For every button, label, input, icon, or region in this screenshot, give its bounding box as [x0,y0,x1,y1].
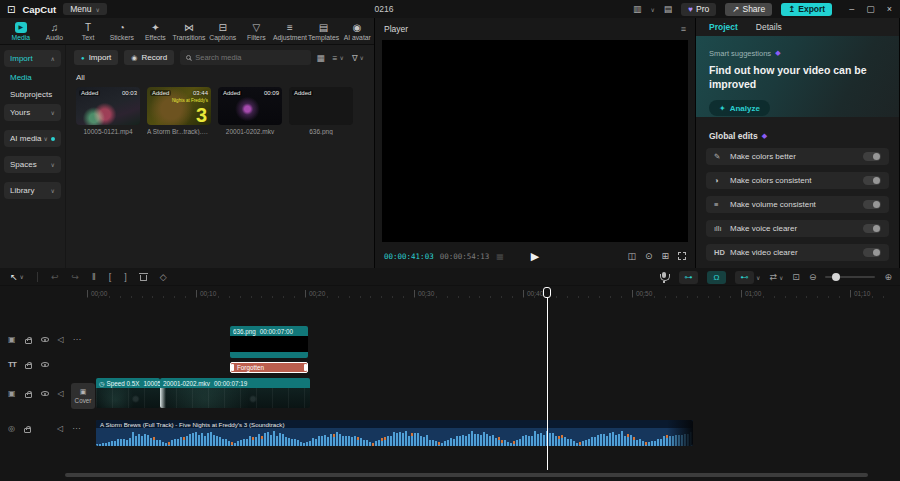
menu-button[interactable]: Menu ∨ [63,3,107,15]
toggle-switch[interactable] [863,248,881,257]
pro-button[interactable]: ♥ Pro [681,3,716,16]
media-thumbnail[interactable]: Added 00:09 [218,87,282,125]
voiceover-mic-icon[interactable] [662,272,666,278]
toggle-switch[interactable] [863,224,881,233]
eye-icon[interactable] [41,391,49,396]
delete-button[interactable] [140,275,147,281]
media-item[interactable]: Added 636.png [289,87,353,135]
lock-icon[interactable] [25,364,32,369]
mask-button[interactable]: ◇ [160,272,167,282]
timeline-ruler[interactable]: 00:00 00:10 00:20 00:30 00:40 00:50 01:0… [0,286,900,302]
lock-icon[interactable] [25,339,32,344]
current-time[interactable]: 00:00:41:03 [384,252,434,261]
search-input[interactable] [195,53,304,62]
search-box[interactable] [180,50,310,65]
text-clip-forgotten[interactable]: Forgotten [230,362,308,373]
speaker-icon[interactable]: ◁ [58,335,64,344]
global-edit-make-colors-better[interactable]: ✎ Make colors better [706,148,889,165]
image-clip-636[interactable]: 636.png 00:00:07:00 [230,326,308,358]
layout-right-icon[interactable]: ▤ [664,4,673,14]
zoom-out-button[interactable]: ⊖ [809,272,817,282]
lock-icon[interactable] [25,393,32,398]
clip-left-handle[interactable] [231,364,234,371]
share-button[interactable]: ↗ Share [725,3,772,16]
lock-icon[interactable] [24,428,31,433]
tab-templates[interactable]: ▤ Templates [307,18,341,44]
snapping-button[interactable]: Ω [707,271,726,284]
sidebar-group-spaces[interactable]: Spaces ∨ [4,156,61,173]
adapt-icon[interactable]: ⊞ [661,251,669,261]
global-edit-make-voice-clearer[interactable]: ıllı Make voice clearer [706,220,889,237]
video-clip-20001[interactable]: 20001-0202.mkv 00:00:07:19 [160,378,310,408]
video-viewport[interactable] [382,40,688,242]
layout-left-icon[interactable]: ▥ [633,4,642,14]
global-edit-make-video-clearer[interactable]: HD Make video clearer [706,244,889,261]
tab-transitions[interactable]: ⋈ Transitions [172,18,206,44]
media-item[interactable]: Added 00:09 20001-0202.mkv [218,87,282,135]
tab-text[interactable]: T Text [71,18,105,44]
media-item[interactable]: Added 03:44 Nights at Freddy's 3 A Storm… [147,87,211,135]
global-edit-make-volume-consistent[interactable]: ≡ Make volume consistent [706,196,889,213]
clip-right-handle[interactable] [304,364,307,371]
flip-button[interactable]: ⇄ ∨ [769,272,783,282]
sidebar-group-import[interactable]: Import ∧ [4,50,61,67]
more-icon[interactable]: ⋯ [72,424,80,433]
eye-icon[interactable] [41,337,49,342]
media-item[interactable]: Added 00:03 10005-0121.mp4 [76,87,140,135]
tab-captions[interactable]: ⊟ Captions [206,18,240,44]
more-icon[interactable]: ⋯ [73,335,81,344]
tab-project[interactable]: Project [709,22,738,32]
player-menu-icon[interactable]: ≡ [681,24,686,34]
trim-right-button[interactable]: ] [124,272,127,282]
toggle-switch[interactable] [863,152,881,161]
auto-ripple-button[interactable]: ⊶ [679,271,698,284]
grid-view-icon[interactable]: ▦ [317,53,325,63]
sidebar-group-yours[interactable]: Yours ∨ [4,104,61,121]
speaker-icon[interactable]: ◁ [57,424,63,433]
playhead-handle[interactable] [543,287,551,298]
preview-axis-button[interactable]: ⊡ [792,272,800,282]
export-button[interactable]: ↥ Export [781,3,832,16]
tab-effects[interactable]: ✦ Effects [139,18,173,44]
canvas-ratio-icon[interactable]: ◫ [627,251,636,261]
layout-chevron-icon[interactable]: ∨ [650,6,654,13]
tab-stickers[interactable]: ◔ Stickers [105,18,139,44]
sidebar-group-library[interactable]: Library ∨ [4,182,61,199]
minimize-button[interactable]: – [849,4,854,14]
global-edit-make-colors-consistent[interactable]: ◑ Make colors consistent [706,172,889,189]
sidebar-group-ai-media[interactable]: AI media ∨ [4,130,61,147]
analyze-button[interactable]: ✦ Analyze [709,100,770,116]
horizontal-scrollbar[interactable] [65,473,868,477]
playhead[interactable] [547,287,548,470]
filter-button[interactable]: ∇ ∨ [352,53,364,63]
media-thumbnail[interactable]: Added [289,87,353,125]
timeline-zoom-slider[interactable] [825,276,875,278]
speaker-icon[interactable]: ◁ [58,389,64,398]
sort-button[interactable]: ≡ ∨ [333,53,344,63]
tab-details[interactable]: Details [756,22,782,32]
audio-clip-storm-brews[interactable]: A Storm Brews (Full Track) - Five Nights… [96,420,693,446]
import-button[interactable]: ● Import [74,50,118,65]
split-button[interactable]: ‖ [92,272,96,282]
video-clip-10005[interactable]: ◷ Speed 0.5X 10005-0121.mp4 [96,378,160,408]
eye-icon[interactable] [41,362,49,367]
toggle-switch[interactable] [863,200,881,209]
zoom-slider-knob[interactable] [832,273,840,281]
tab-ai-avatar[interactable]: ◉ AI avatar [340,18,374,44]
toggle-switch[interactable] [863,176,881,185]
sidebar-item-media[interactable]: Media [4,70,61,84]
fullscreen-icon[interactable] [678,252,686,260]
redo-button[interactable]: ↪ [72,272,80,282]
close-button[interactable]: × [887,4,892,14]
select-tool-button[interactable]: ↖ ∨ [10,272,24,282]
tab-audio[interactable]: ♫ Audio [38,18,72,44]
media-thumbnail[interactable]: Added 03:44 Nights at Freddy's 3 [147,87,211,125]
sidebar-item-subprojects[interactable]: Subprojects [4,87,61,101]
zoom-in-button[interactable]: ⊕ [884,272,892,282]
focus-icon[interactable]: ⊙ [645,251,653,261]
linking-button[interactable]: ⊷ ∨ [735,271,760,284]
trim-left-button[interactable]: [ [109,272,112,282]
cover-button[interactable]: ▣ Cover [71,383,95,409]
record-button[interactable]: ◉ Record [124,50,174,65]
tab-media[interactable]: ▶ Media [4,18,38,44]
